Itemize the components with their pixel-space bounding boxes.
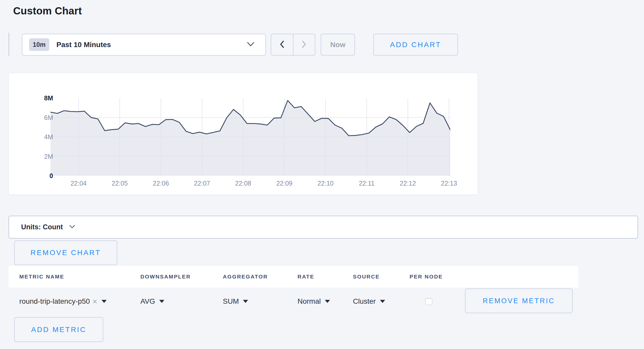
- caret-down-icon: [243, 300, 248, 303]
- next-time-button[interactable]: [293, 34, 315, 55]
- remove-chart-button[interactable]: REMOVE CHART: [14, 240, 117, 265]
- col-header-aggregator: AGGREGATOR: [223, 274, 298, 280]
- y-axis-label: 6M: [19, 114, 53, 121]
- col-header-downsampler: DOWNSAMPLER: [140, 274, 223, 280]
- y-axis-label: 8M: [19, 94, 53, 102]
- chevron-down-icon: [247, 42, 255, 48]
- x-axis-label: 22:11: [359, 180, 375, 187]
- source-value: Cluster: [353, 297, 376, 306]
- y-axis-label: 4M: [19, 133, 53, 141]
- toolbar-accent-divider: [9, 33, 9, 56]
- per-node-cell: [410, 298, 466, 305]
- x-axis-label: 22:12: [400, 180, 416, 187]
- time-window-label: Past 10 Minutes: [56, 41, 111, 49]
- source-dropdown[interactable]: Cluster: [353, 297, 410, 306]
- time-pager: [271, 34, 315, 56]
- rate-dropdown[interactable]: Normal: [298, 297, 353, 306]
- caret-down-icon: [380, 300, 385, 303]
- x-axis-label: 22:05: [112, 180, 128, 187]
- rate-value: Normal: [298, 297, 321, 306]
- chevron-right-icon: [301, 40, 307, 49]
- x-axis-label: 22:06: [153, 180, 169, 187]
- downsampler-value: AVG: [140, 297, 155, 306]
- chevron-left-icon: [279, 40, 285, 49]
- metric-name-value: round-trip-latency-p50: [19, 297, 90, 306]
- units-dropdown[interactable]: Units: Count: [9, 216, 638, 239]
- caret-down-icon: [159, 300, 164, 303]
- caret-down-icon: [325, 300, 330, 303]
- col-header-metric-name: METRIC NAME: [19, 274, 140, 280]
- caret-down-icon: [101, 300, 107, 303]
- page-title: Custom Chart: [13, 5, 82, 17]
- custom-chart-page: Custom Chart 10m Past 10 Minutes Now ADD…: [0, 0, 644, 349]
- y-axis-label: 2M: [19, 153, 53, 160]
- chart-svg: [50, 98, 450, 176]
- metrics-table-header: METRIC NAME DOWNSAMPLER AGGREGATOR RATE …: [9, 266, 578, 287]
- downsampler-dropdown[interactable]: AVG: [140, 297, 223, 306]
- now-button[interactable]: Now: [321, 34, 355, 56]
- units-label: Units: Count: [21, 223, 63, 231]
- prev-time-button[interactable]: [271, 34, 293, 55]
- add-chart-button[interactable]: ADD CHART: [373, 34, 458, 56]
- col-header-rate: RATE: [298, 274, 353, 280]
- y-axis-label: 0: [19, 172, 53, 179]
- x-axis-label: 22:13: [441, 180, 457, 187]
- x-axis-label: 22:08: [235, 180, 251, 187]
- col-header-source: SOURCE: [353, 274, 410, 280]
- x-axis-label: 22:04: [71, 180, 87, 187]
- add-metric-button[interactable]: ADD METRIC: [14, 317, 103, 342]
- x-axis-label: 22:07: [194, 180, 210, 187]
- aggregator-dropdown[interactable]: SUM: [223, 297, 298, 306]
- col-header-per-node: PER NODE: [410, 274, 466, 280]
- metric-name-dropdown[interactable]: round-trip-latency-p50 ×: [19, 297, 140, 306]
- chevron-down-icon: [69, 225, 75, 230]
- time-window-dropdown[interactable]: 10m Past 10 Minutes: [22, 34, 266, 56]
- chart-card: 02M4M6M8M 22:0422:0522:0622:0722:0822:09…: [9, 73, 478, 195]
- x-axis-label: 22:09: [276, 180, 293, 187]
- per-node-checkbox[interactable]: [425, 298, 432, 305]
- aggregator-value: SUM: [223, 297, 239, 306]
- remove-metric-button[interactable]: REMOVE METRIC: [465, 289, 573, 313]
- remove-tag-icon[interactable]: ×: [92, 297, 97, 306]
- x-axis-label: 22:10: [317, 180, 334, 187]
- time-window-badge: 10m: [29, 38, 49, 51]
